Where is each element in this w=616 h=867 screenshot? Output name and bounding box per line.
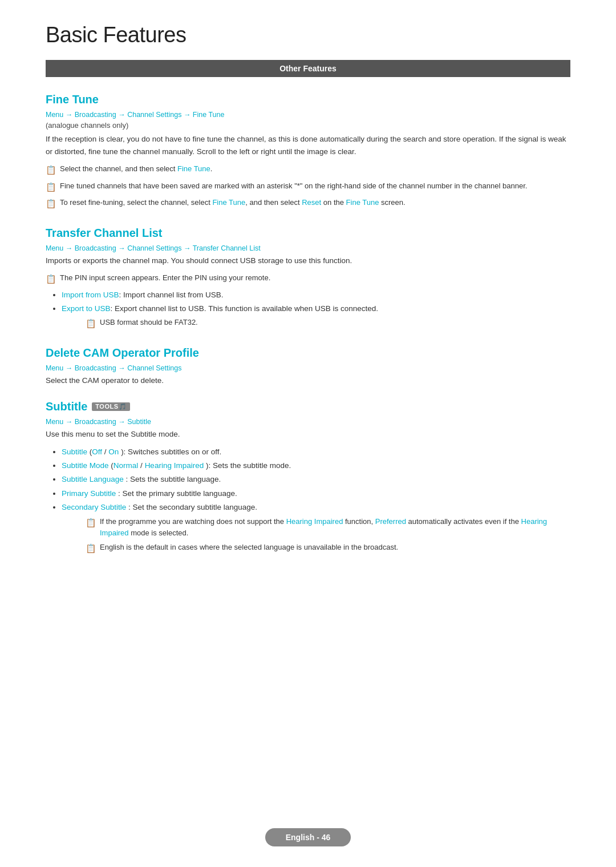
fine-tune-sub-note: (analogue channels only) [46,121,570,130]
list-item: Export to USB: Export channel list to US… [62,303,570,330]
transfer-channel-heading: Transfer Channel List [46,227,570,240]
hearing-impaired-link-2: Hearing Impaired [286,517,343,526]
fine-tune-body: If the reception is clear, you do not ha… [46,133,570,158]
import-from-usb-link: Import from USB [62,291,119,299]
hearing-impaired-link-1: Hearing Impaired [145,461,204,470]
breadcrumb-channel-settings-2: Channel Settings [127,244,181,252]
transfer-channel-section: Transfer Channel List Menu → Broadcastin… [46,227,570,330]
subtitle-language-link: Subtitle Language [62,475,124,483]
note-icon-6: 📋 [86,517,96,530]
list-item: Secondary Subtitle : Set the secondary s… [62,502,570,555]
subtitle-heading: Subtitle [46,400,87,413]
subtitle-note-1: 📋 If the programme you are watching does… [86,516,570,538]
subtitle-body: Use this menu to set the Subtitle mode. [46,428,570,441]
fine-tune-note-2: 📋 Fine tuned channels that have been sav… [46,180,570,194]
breadcrumb-menu: Menu [46,111,63,119]
note-icon-1: 📋 [46,164,56,177]
tools-label: TOOLS [95,403,118,410]
transfer-note-1: 📋 The PIN input screen appears. Enter th… [46,272,570,286]
page-number-badge: English - 46 [265,828,351,846]
note-icon-7: 📋 [86,542,96,555]
delete-cam-heading: Delete CAM Operator Profile [46,346,570,360]
delete-cam-breadcrumb: Menu → Broadcasting → Channel Settings [46,364,570,372]
fine-tune-note-1: 📋 Select the channel, and then select Fi… [46,163,570,177]
breadcrumb-subtitle: Subtitle [127,418,151,426]
on-link: On [108,447,119,456]
off-link: Off [92,447,102,456]
tools-icon: 🎵 [119,403,127,410]
breadcrumb-broadcasting-2: Broadcasting [75,244,116,252]
fine-tune-breadcrumb: Menu → Broadcasting → Channel Settings →… [46,111,570,119]
transfer-channel-body: Imports or exports the channel map. You … [46,255,570,267]
fine-tune-heading: Fine Tune [46,93,570,106]
breadcrumb-channel-settings-3: Channel Settings [127,364,181,372]
section-banner: Other Features [46,60,570,77]
fine-tune-link-3: Fine Tune [346,198,379,207]
delete-cam-section: Delete CAM Operator Profile Menu → Broad… [46,346,570,387]
note-icon-2: 📋 [46,181,56,194]
export-to-usb-link: Export to USB [62,304,111,313]
breadcrumb-broadcasting-3: Broadcasting [75,364,116,372]
list-item: Subtitle (Off / On ): Switches subtitles… [62,446,570,458]
breadcrumb-fine-tune: Fine Tune [193,111,225,119]
preferred-link: Preferred [375,517,406,526]
fine-tune-link-2: Fine Tune [212,198,245,207]
usb-format-note: 📋 USB format should be FAT32. [86,317,570,330]
breadcrumb-channel-settings: Channel Settings [127,111,181,119]
subtitle-breadcrumb: Menu → Broadcasting → Subtitle [46,418,570,426]
list-item: Import from USB: Import channel list fro… [62,289,570,301]
subtitle-section: Subtitle TOOLS🎵 Menu → Broadcasting → Su… [46,400,570,555]
breadcrumb-broadcasting: Broadcasting [75,111,116,119]
page-title: Basic Features [46,23,570,47]
list-item: Subtitle Mode (Normal / Hearing Impaired… [62,460,570,471]
fine-tune-link-1: Fine Tune [177,164,210,173]
breadcrumb-broadcasting-4: Broadcasting [75,418,116,426]
primary-subtitle-link: Primary Subtitle [62,489,116,498]
subtitle-note-2: 📋 English is the default in cases where … [86,542,570,555]
subtitle-mode-link: Subtitle Mode [62,461,109,470]
reset-link: Reset [302,198,321,207]
list-item: Primary Subtitle : Set the primary subti… [62,488,570,499]
delete-cam-body: Select the CAM operator to delete. [46,374,570,387]
fine-tune-section: Fine Tune Menu → Broadcasting → Channel … [46,93,570,211]
note-icon-3: 📋 [46,197,56,211]
normal-link: Normal [114,461,139,470]
list-item: Subtitle Language : Sets the subtitle la… [62,474,570,485]
note-icon-5: 📋 [86,317,96,330]
subtitle-link: Subtitle [62,447,87,456]
secondary-subtitle-link: Secondary Subtitle [62,503,126,511]
fine-tune-note-3: 📋 To reset fine-tuning, select the chann… [46,197,570,211]
subtitle-bullet-list: Subtitle (Off / On ): Switches subtitles… [62,446,570,555]
breadcrumb-transfer: Transfer Channel List [193,244,261,252]
note-icon-4: 📋 [46,273,56,286]
transfer-channel-breadcrumb: Menu → Broadcasting → Channel Settings →… [46,244,570,252]
transfer-bullet-list: Import from USB: Import channel list fro… [62,289,570,330]
footer: English - 46 [0,828,616,846]
tools-badge: TOOLS🎵 [92,402,130,411]
